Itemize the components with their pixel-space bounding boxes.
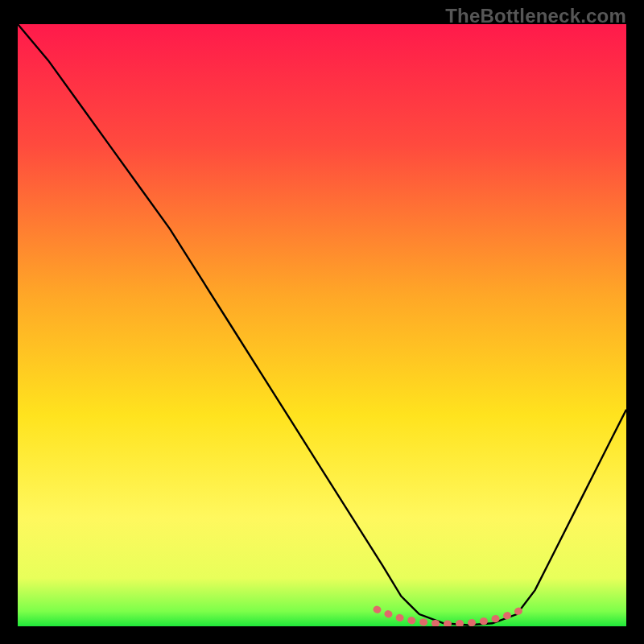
- bottleneck-chart: [18, 24, 626, 626]
- gradient-background: [18, 24, 626, 626]
